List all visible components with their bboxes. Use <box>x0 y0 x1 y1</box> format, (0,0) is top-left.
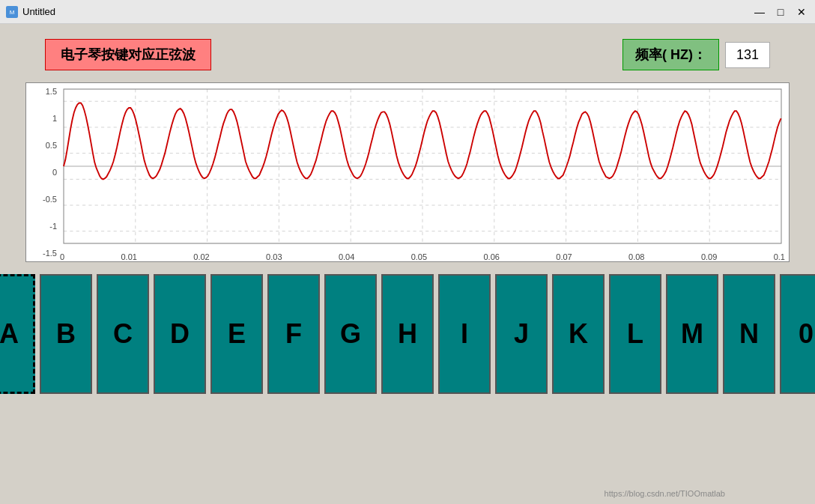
key-button-J[interactable]: J <box>495 274 548 394</box>
key-button-N[interactable]: N <box>723 274 775 394</box>
x-label-0_08: 0.08 <box>628 252 644 261</box>
x-label-0_09: 0.09 <box>701 252 717 261</box>
freq-value[interactable]: 131 <box>725 42 770 68</box>
y-label-0_5: 0.5 <box>46 141 57 150</box>
key-button-I[interactable]: I <box>438 274 491 394</box>
x-axis-labels: 0 0.01 0.02 0.03 0.04 0.05 0.06 0.07 0.0… <box>60 251 785 261</box>
svg-text:M: M <box>10 9 15 16</box>
controls-row: 电子琴按键对应正弦波 频率( HZ)： 131 <box>15 39 800 70</box>
minimize-button[interactable]: — <box>752 4 767 19</box>
y-label-1: 1 <box>52 114 57 123</box>
key-button-C[interactable]: C <box>97 274 149 394</box>
window-controls: — □ ✕ <box>752 4 809 19</box>
y-label-1_5: 1.5 <box>46 87 57 96</box>
key-button-A[interactable]: A <box>0 274 35 394</box>
x-label-0_07: 0.07 <box>556 252 572 261</box>
key-button-D[interactable]: D <box>154 274 206 394</box>
restore-button[interactable]: □ <box>773 4 788 19</box>
title-bar: M Untitled — □ ✕ <box>0 0 815 24</box>
freq-label: 频率( HZ)： <box>622 39 719 70</box>
y-label-minus1: -1 <box>49 222 57 231</box>
x-label-0: 0 <box>60 252 64 261</box>
app-icon: M <box>6 6 18 18</box>
y-axis-labels: 1.5 1 0.5 0 -0.5 -1 -1.5 <box>26 83 60 261</box>
key-button-G[interactable]: G <box>324 274 377 394</box>
y-label-minus0_5: -0.5 <box>43 195 57 204</box>
frequency-container: 频率( HZ)： 131 <box>622 39 770 70</box>
window-title: Untitled <box>22 6 55 17</box>
close-button[interactable]: ✕ <box>794 4 809 19</box>
y-label-minus1_5: -1.5 <box>43 249 57 258</box>
x-label-0_01: 0.01 <box>121 252 137 261</box>
x-label-0_02: 0.02 <box>193 252 209 261</box>
x-label-0_04: 0.04 <box>339 252 354 261</box>
key-button-K[interactable]: K <box>552 274 605 394</box>
key-button-H[interactable]: H <box>381 274 434 394</box>
watermark: https://blog.csdn.net/TIOOmatlab <box>605 489 725 498</box>
key-button-E[interactable]: E <box>210 274 263 394</box>
chart-container: 1.5 1 0.5 0 -0.5 -1 -1.5 <box>25 82 790 262</box>
main-content: 电子琴按键对应正弦波 频率( HZ)： 131 1.5 1 0.5 0 -0.5… <box>0 24 815 504</box>
y-label-0: 0 <box>52 168 57 177</box>
title-label: 电子琴按键对应正弦波 <box>45 39 211 70</box>
sine-wave-chart <box>64 89 781 243</box>
x-label-0_1: 0.1 <box>774 252 785 261</box>
x-label-0_03: 0.03 <box>266 252 282 261</box>
key-button-L[interactable]: L <box>609 274 661 394</box>
key-button-M[interactable]: M <box>666 274 718 394</box>
keyboard-row: ABCDEFGHIJKLMN0 <box>15 274 800 394</box>
key-button-0[interactable]: 0 <box>780 274 815 394</box>
x-label-0_05: 0.05 <box>411 252 427 261</box>
x-label-0_06: 0.06 <box>483 252 499 261</box>
key-button-B[interactable]: B <box>40 274 92 394</box>
key-button-F[interactable]: F <box>267 274 320 394</box>
